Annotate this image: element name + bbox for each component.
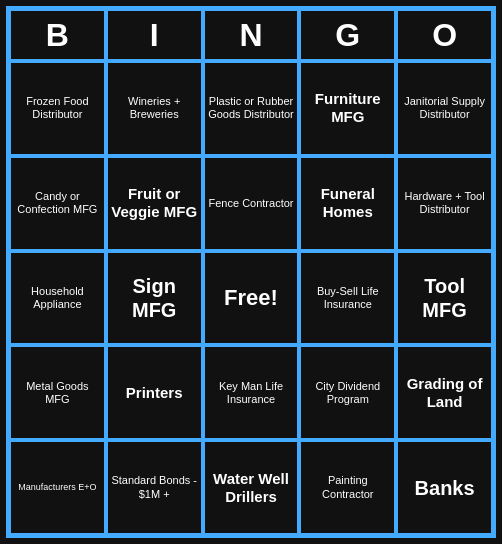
- bingo-row: Candy or Confection MFGFruit or Veggie M…: [9, 156, 493, 251]
- bingo-cell: Manufacturers E+O: [9, 440, 106, 535]
- bingo-cell: Sign MFG: [106, 251, 203, 346]
- bingo-cell: Furniture MFG: [299, 61, 396, 156]
- bingo-cell: Banks: [396, 440, 493, 535]
- header-letter: G: [299, 9, 396, 61]
- bingo-cell: Wineries + Breweries: [106, 61, 203, 156]
- bingo-cell: Household Appliance: [9, 251, 106, 346]
- bingo-cell: Standard Bonds - $1M +: [106, 440, 203, 535]
- header-letter: I: [106, 9, 203, 61]
- bingo-cell: Buy-Sell Life Insurance: [299, 251, 396, 346]
- bingo-cell: Frozen Food Distributor: [9, 61, 106, 156]
- bingo-cell: Tool MFG: [396, 251, 493, 346]
- header-letter: B: [9, 9, 106, 61]
- bingo-card: BINGO Frozen Food DistributorWineries + …: [6, 6, 496, 538]
- bingo-cell: Janitorial Supply Distributor: [396, 61, 493, 156]
- bingo-row: Frozen Food DistributorWineries + Brewer…: [9, 61, 493, 156]
- bingo-cell: Hardware + Tool Distributor: [396, 156, 493, 251]
- bingo-cell: Fence Contractor: [203, 156, 300, 251]
- bingo-header: BINGO: [9, 9, 493, 61]
- bingo-row: Metal Goods MFGPrintersKey Man Life Insu…: [9, 345, 493, 440]
- bingo-row: Household ApplianceSign MFGFree!Buy-Sell…: [9, 251, 493, 346]
- bingo-cell: Free!: [203, 251, 300, 346]
- bingo-cell: Key Man Life Insurance: [203, 345, 300, 440]
- bingo-cell: Water Well Drillers: [203, 440, 300, 535]
- bingo-cell: Metal Goods MFG: [9, 345, 106, 440]
- bingo-grid: Frozen Food DistributorWineries + Brewer…: [9, 61, 493, 535]
- header-letter: O: [396, 9, 493, 61]
- bingo-cell: Painting Contractor: [299, 440, 396, 535]
- bingo-cell: Plastic or Rubber Goods Distributor: [203, 61, 300, 156]
- bingo-cell: Printers: [106, 345, 203, 440]
- bingo-cell: Funeral Homes: [299, 156, 396, 251]
- bingo-cell: Fruit or Veggie MFG: [106, 156, 203, 251]
- bingo-row: Manufacturers E+OStandard Bonds - $1M +W…: [9, 440, 493, 535]
- bingo-cell: Grading of Land: [396, 345, 493, 440]
- header-letter: N: [203, 9, 300, 61]
- bingo-cell: Candy or Confection MFG: [9, 156, 106, 251]
- bingo-cell: City Dividend Program: [299, 345, 396, 440]
